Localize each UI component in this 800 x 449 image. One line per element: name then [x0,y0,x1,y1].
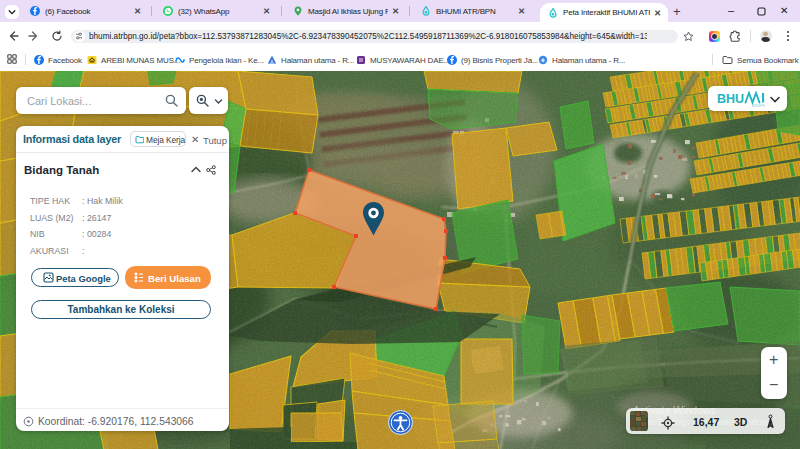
svg-text:BHU: BHU [717,92,744,106]
